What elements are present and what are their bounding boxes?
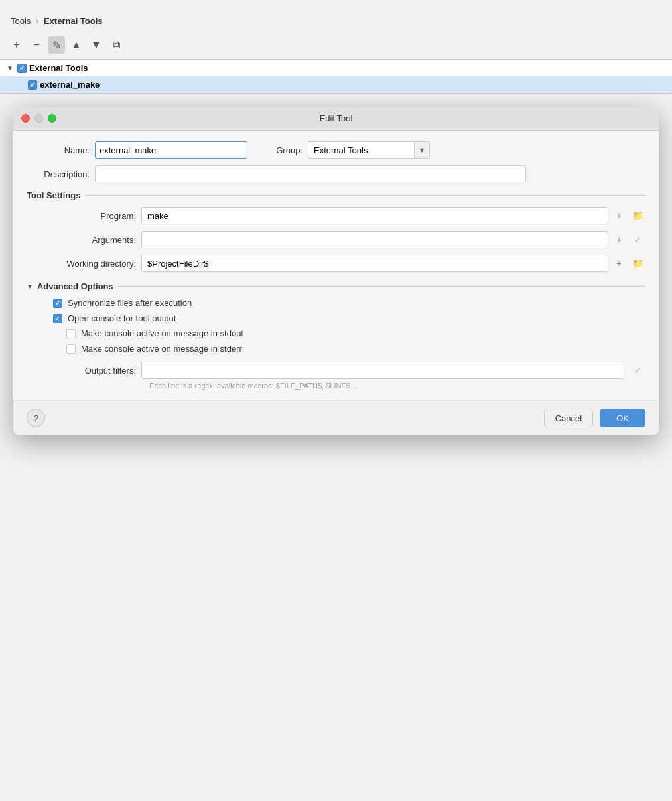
arguments-input[interactable] bbox=[141, 231, 608, 248]
arguments-row: Arguments: + ⤢ bbox=[27, 231, 645, 248]
remove-button[interactable]: − bbox=[28, 36, 45, 54]
arguments-add-icon[interactable]: + bbox=[611, 232, 627, 248]
output-hint: Each line is a regex, available macros: … bbox=[27, 382, 645, 390]
description-label: Description: bbox=[27, 169, 90, 179]
program-input-wrapper: + 📁 bbox=[141, 207, 645, 224]
group-dropdown-btn[interactable]: ▼ bbox=[414, 141, 430, 159]
sync-files-checkbox[interactable] bbox=[53, 299, 62, 308]
tree-child-checkbox[interactable] bbox=[28, 80, 37, 90]
breadcrumb-separator: › bbox=[36, 16, 38, 26]
open-console-checkbox[interactable] bbox=[53, 314, 62, 323]
breadcrumb: Tools › External Tools bbox=[0, 11, 672, 33]
output-filters-label: Output filters: bbox=[40, 366, 136, 376]
advanced-section: ▼ Advanced Options Synchronize files aft… bbox=[27, 281, 645, 354]
dialog-title: Edit Tool bbox=[320, 113, 353, 123]
working-dir-input[interactable] bbox=[141, 255, 608, 272]
close-button[interactable] bbox=[21, 114, 30, 123]
sync-files-row: Synchronize files after execution bbox=[27, 298, 645, 308]
sync-files-label: Synchronize files after execution bbox=[68, 298, 192, 308]
tree-child-label: external_make bbox=[40, 80, 100, 90]
active-stderr-row: Make console active on message in stderr bbox=[27, 344, 645, 354]
breadcrumb-current: External Tools bbox=[44, 16, 103, 26]
working-dir-input-wrapper: + 📁 bbox=[141, 255, 645, 272]
active-stdout-row: Make console active on message in stdout bbox=[27, 328, 645, 338]
program-label: Program: bbox=[40, 211, 136, 221]
tree-root-item[interactable]: ▼ External Tools bbox=[0, 60, 672, 76]
tree-root-chevron: ▼ bbox=[7, 64, 13, 72]
dialog-footer: ? Cancel OK bbox=[13, 400, 659, 435]
advanced-divider: ▼ Advanced Options bbox=[27, 281, 645, 291]
edit-button[interactable]: ✎ bbox=[48, 36, 65, 54]
advanced-label: Advanced Options bbox=[37, 281, 113, 291]
name-group-row: Name: Group: External Tools ▼ bbox=[27, 141, 645, 159]
arguments-expand-icon[interactable]: ⤢ bbox=[630, 232, 645, 248]
working-dir-label: Working directory: bbox=[40, 259, 136, 269]
group-select-wrapper: External Tools ▼ bbox=[308, 141, 430, 159]
description-row: Description: bbox=[27, 165, 645, 182]
move-up-button[interactable]: ▲ bbox=[68, 36, 85, 54]
tool-settings-line bbox=[86, 195, 645, 196]
minimize-button[interactable] bbox=[34, 114, 43, 123]
tree-root-checkbox[interactable] bbox=[17, 64, 27, 73]
name-input[interactable] bbox=[95, 141, 247, 159]
traffic-lights bbox=[21, 114, 56, 123]
edit-tool-dialog: Edit Tool Name: Group: External Tools ▼ bbox=[13, 107, 659, 435]
dialog-body: Name: Group: External Tools ▼ Descriptio… bbox=[13, 131, 659, 400]
working-dir-folder-icon[interactable]: 📁 bbox=[630, 255, 645, 271]
maximize-button[interactable] bbox=[48, 114, 56, 123]
active-stdout-label: Make console active on message in stdout bbox=[81, 328, 243, 338]
open-console-label: Open console for tool output bbox=[68, 313, 176, 323]
output-filters-input[interactable] bbox=[141, 362, 624, 379]
program-row: Program: + 📁 bbox=[27, 207, 645, 224]
ok-button[interactable]: OK bbox=[600, 409, 645, 427]
dialog-titlebar: Edit Tool bbox=[13, 107, 659, 131]
group-select[interactable]: External Tools bbox=[308, 141, 414, 159]
dialog-backdrop: Edit Tool Name: Group: External Tools ▼ bbox=[0, 94, 672, 449]
active-stderr-label: Make console active on message in stderr bbox=[81, 344, 242, 354]
tool-settings-divider: Tool Settings bbox=[27, 190, 645, 200]
move-down-button[interactable]: ▼ bbox=[88, 36, 105, 54]
active-stderr-checkbox[interactable] bbox=[66, 344, 76, 354]
copy-button[interactable]: ⧉ bbox=[107, 36, 125, 54]
output-filters-row: Output filters: ⤢ bbox=[27, 362, 645, 379]
cancel-button[interactable]: Cancel bbox=[544, 409, 593, 427]
breadcrumb-parent: Tools bbox=[11, 16, 31, 26]
program-folder-icon[interactable]: 📁 bbox=[630, 208, 645, 224]
toolbar: + − ✎ ▲ ▼ ⧉ bbox=[0, 33, 672, 59]
working-dir-row: Working directory: + 📁 bbox=[27, 255, 645, 272]
tool-settings-label: Tool Settings bbox=[27, 190, 80, 200]
add-button[interactable]: + bbox=[8, 36, 25, 54]
description-input[interactable] bbox=[95, 165, 526, 182]
name-label: Name: bbox=[27, 145, 90, 155]
program-add-icon[interactable]: + bbox=[611, 208, 627, 224]
advanced-line bbox=[117, 286, 645, 287]
active-stdout-checkbox[interactable] bbox=[66, 329, 76, 338]
settings-panel: Tools › External Tools + − ✎ ▲ ▼ ⧉ ▼ Ext… bbox=[0, 0, 672, 801]
footer-right: Cancel OK bbox=[544, 409, 645, 427]
advanced-chevron-icon: ▼ bbox=[27, 283, 33, 290]
working-dir-add-icon[interactable]: + bbox=[611, 255, 627, 271]
arguments-input-wrapper: + ⤢ bbox=[141, 231, 645, 248]
help-button[interactable]: ? bbox=[27, 409, 45, 427]
tree-root-label: External Tools bbox=[29, 63, 88, 73]
open-console-row: Open console for tool output bbox=[27, 313, 645, 323]
output-filters-expand-icon[interactable]: ⤢ bbox=[630, 362, 645, 378]
tree-list: ▼ External Tools external_make bbox=[0, 59, 672, 94]
arguments-label: Arguments: bbox=[40, 235, 136, 245]
program-input[interactable] bbox=[141, 207, 608, 224]
tree-child-item[interactable]: external_make bbox=[0, 76, 672, 93]
group-label: Group: bbox=[266, 145, 302, 155]
